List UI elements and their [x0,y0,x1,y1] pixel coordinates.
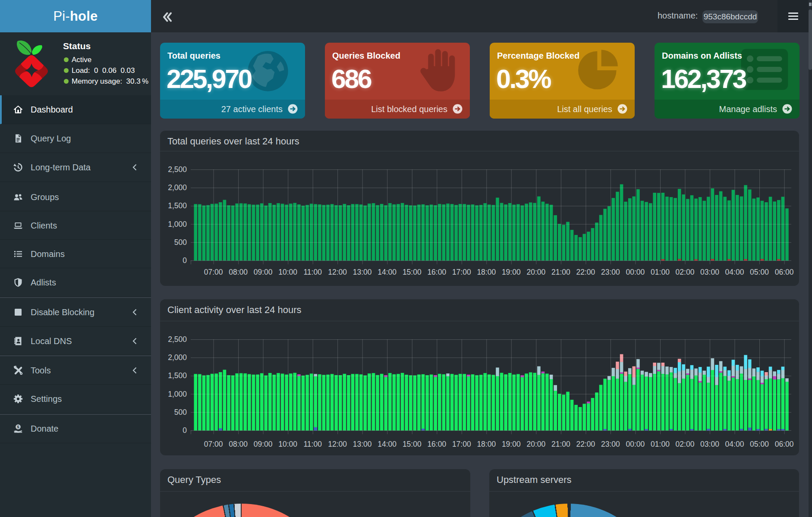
svg-text:02:00: 02:00 [676,268,695,276]
svg-text:23:00: 23:00 [601,268,620,276]
svg-text:0: 0 [183,426,187,435]
svg-text:06:00: 06:00 [775,268,794,276]
svg-text:14:00: 14:00 [378,268,397,276]
svg-text:14:00: 14:00 [378,440,397,448]
svg-text:12:00: 12:00 [328,268,347,276]
svg-text:06:00: 06:00 [775,440,794,448]
svg-text:1,000: 1,000 [168,220,187,229]
svg-text:03:00: 03:00 [700,268,719,276]
svg-text:08:00: 08:00 [229,440,248,448]
svg-text:23:00: 23:00 [601,440,620,448]
svg-text:22:00: 22:00 [576,440,595,448]
svg-text:20:00: 20:00 [527,440,546,448]
svg-text:11:00: 11:00 [303,440,322,448]
svg-text:2,500: 2,500 [168,335,187,344]
svg-text:17:00: 17:00 [452,440,471,448]
svg-text:22:00: 22:00 [576,268,595,276]
svg-text:$: $ [17,424,19,429]
svg-text:19:00: 19:00 [502,268,521,276]
svg-text:16:00: 16:00 [427,268,446,276]
svg-text:15:00: 15:00 [403,440,422,448]
svg-text:09:00: 09:00 [254,440,273,448]
svg-text:18:00: 18:00 [477,268,496,276]
svg-text:15:00: 15:00 [403,268,422,276]
svg-text:16:00: 16:00 [427,440,446,448]
svg-text:12:00: 12:00 [328,440,347,448]
svg-text:00:00: 00:00 [626,440,645,448]
svg-text:03:00: 03:00 [700,440,719,448]
svg-text:13:00: 13:00 [353,440,372,448]
svg-text:17:00: 17:00 [452,268,471,276]
svg-text:2,000: 2,000 [168,353,187,362]
svg-text:1,000: 1,000 [168,390,187,398]
svg-text:20:00: 20:00 [527,268,546,276]
svg-text:04:00: 04:00 [725,268,744,276]
svg-text:2,000: 2,000 [168,183,187,192]
svg-text:09:00: 09:00 [254,268,273,276]
svg-text:04:00: 04:00 [725,440,744,448]
svg-text:07:00: 07:00 [204,268,223,276]
svg-text:10:00: 10:00 [278,440,297,448]
svg-text:1,500: 1,500 [168,371,187,380]
svg-text:21:00: 21:00 [551,268,570,276]
svg-text:08:00: 08:00 [229,268,248,276]
svg-text:21:00: 21:00 [551,440,570,448]
svg-text:00:00: 00:00 [626,268,645,276]
svg-text:13:00: 13:00 [353,268,372,276]
svg-text:500: 500 [174,408,187,417]
svg-text:11:00: 11:00 [303,268,322,276]
svg-text:1,500: 1,500 [168,201,187,210]
svg-text:500: 500 [174,238,187,247]
svg-text:01:00: 01:00 [651,440,670,448]
svg-text:0: 0 [183,256,187,265]
svg-text:10:00: 10:00 [278,268,297,276]
svg-text:02:00: 02:00 [676,440,695,448]
svg-text:18:00: 18:00 [477,440,496,448]
svg-text:07:00: 07:00 [204,440,223,448]
svg-text:05:00: 05:00 [750,268,769,276]
svg-text:19:00: 19:00 [502,440,521,448]
svg-text:05:00: 05:00 [750,440,769,448]
svg-text:01:00: 01:00 [651,268,670,276]
svg-text:2,500: 2,500 [168,165,187,174]
